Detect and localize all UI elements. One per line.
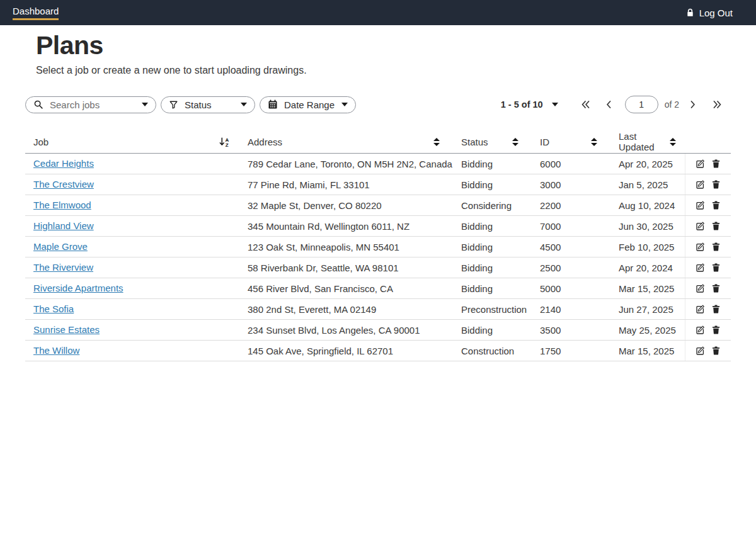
logout-label: Log Out <box>699 8 733 18</box>
table-row: The Riverview 58 Riverbank Dr, Seattle, … <box>25 257 731 278</box>
delete-button[interactable] <box>711 159 721 169</box>
table-row: Highland View 345 Mountain Rd, Wellingto… <box>25 216 731 237</box>
chevron-right-icon <box>689 100 696 109</box>
jobs-table: Job A Z Address Status <box>25 130 731 361</box>
edit-button[interactable] <box>695 346 706 356</box>
edit-icon <box>695 159 706 169</box>
address-cell: 58 Riverbank Dr, Seattle, WA 98101 <box>239 263 449 273</box>
id-cell: 1750 <box>527 346 606 356</box>
last-page-button[interactable] <box>711 99 723 110</box>
id-cell: 3500 <box>527 325 606 336</box>
id-cell: 3000 <box>527 179 606 190</box>
chevron-down-icon[interactable] <box>552 103 558 106</box>
logout-button[interactable]: Log Out <box>685 8 733 18</box>
delete-button[interactable] <box>711 304 721 314</box>
column-header-job[interactable]: Job A Z <box>25 137 239 147</box>
trash-icon <box>711 221 721 231</box>
sort-updown-icon[interactable] <box>670 138 676 146</box>
job-link[interactable]: The Riverview <box>33 262 93 273</box>
last-updated-cell: Jun 30, 2025 <box>606 221 685 232</box>
table-row: The Willow 145 Oak Ave, Springfield, IL … <box>25 341 731 361</box>
search-jobs-combobox[interactable]: Search jobs <box>25 96 156 113</box>
job-link[interactable]: The Crestview <box>33 179 94 189</box>
page-title: Plans <box>36 31 731 60</box>
sort-updown-icon[interactable] <box>591 138 597 146</box>
sort-updown-icon[interactable] <box>512 138 518 146</box>
page-size-selector[interactable]: 1 - 5 of 10 <box>501 99 558 110</box>
column-label: ID <box>540 137 549 147</box>
delete-button[interactable] <box>711 179 721 189</box>
column-label: Job <box>33 137 49 147</box>
sort-updown-icon[interactable] <box>433 138 440 146</box>
edit-button[interactable] <box>695 325 706 336</box>
trash-icon <box>711 242 721 252</box>
column-header-last-updated[interactable]: Last Updated <box>606 131 685 152</box>
id-cell: 4500 <box>527 242 606 252</box>
job-link[interactable]: The Elmwood <box>33 200 91 210</box>
id-cell: 2200 <box>527 200 606 211</box>
job-link[interactable]: Highland View <box>33 220 94 231</box>
table-header-row: Job A Z Address Status <box>25 130 731 154</box>
delete-button[interactable] <box>711 325 721 335</box>
date-range-dropdown[interactable]: Date Range <box>260 96 356 113</box>
controls-row: Search jobs Status <box>25 96 731 113</box>
id-cell: 2140 <box>527 304 606 315</box>
status-filter-dropdown[interactable]: Status <box>161 96 255 113</box>
dashboard-link[interactable]: Dashboard <box>13 6 59 20</box>
status-cell: Bidding <box>449 159 527 169</box>
job-link[interactable]: Maple Grove <box>33 241 88 252</box>
sort-alpha-down-icon[interactable]: A Z <box>219 137 231 147</box>
previous-page-button[interactable] <box>604 99 614 110</box>
edit-icon <box>695 283 706 294</box>
trash-icon <box>711 304 721 314</box>
trash-icon <box>711 346 721 356</box>
edit-icon <box>695 179 706 190</box>
column-header-status[interactable]: Status <box>449 137 527 147</box>
table-row: Sunrise Estates 234 Sunset Blvd, Los Ang… <box>25 320 731 341</box>
edit-button[interactable] <box>695 159 706 169</box>
delete-button[interactable] <box>711 242 721 252</box>
column-label: Address <box>248 137 282 147</box>
chevron-down-icon[interactable] <box>241 103 247 106</box>
delete-button[interactable] <box>711 283 721 293</box>
status-cell: Bidding <box>449 263 527 273</box>
edit-button[interactable] <box>695 200 706 211</box>
search-input[interactable]: Search jobs <box>50 99 135 110</box>
job-link[interactable]: Cedar Heights <box>33 158 94 169</box>
column-header-address[interactable]: Address <box>239 137 449 147</box>
chevron-down-icon[interactable] <box>341 103 348 106</box>
status-cell: Bidding <box>449 221 527 232</box>
address-cell: 345 Mountain Rd, Wellington 6011, NZ <box>239 221 449 232</box>
job-link[interactable]: The Sofia <box>33 303 74 314</box>
delete-button[interactable] <box>711 346 721 356</box>
job-link[interactable]: Sunrise Estates <box>33 324 100 335</box>
first-page-button[interactable] <box>580 99 592 110</box>
edit-icon <box>695 242 706 252</box>
status-cell: Bidding <box>449 242 527 252</box>
last-updated-cell: Apr 20, 2024 <box>606 263 685 273</box>
last-updated-cell: Mar 15, 2025 <box>606 283 685 294</box>
trash-icon <box>711 179 721 189</box>
trash-icon <box>711 159 721 169</box>
id-cell: 2500 <box>527 263 606 273</box>
edit-button[interactable] <box>695 179 706 190</box>
last-updated-cell: Aug 10, 2024 <box>606 200 685 211</box>
column-header-id[interactable]: ID <box>527 137 606 147</box>
next-page-button[interactable] <box>688 99 697 110</box>
delete-button[interactable] <box>711 221 721 231</box>
chevron-down-icon[interactable] <box>142 103 148 106</box>
address-cell: 123 Oak St, Minneapolis, MN 55401 <box>239 242 449 252</box>
job-link[interactable]: The Willow <box>33 345 79 356</box>
edit-button[interactable] <box>695 221 706 232</box>
edit-button[interactable] <box>695 283 706 294</box>
edit-icon <box>695 304 706 315</box>
edit-button[interactable] <box>695 242 706 252</box>
edit-button[interactable] <box>695 304 706 315</box>
edit-button[interactable] <box>695 263 706 273</box>
column-label: Last Updated <box>619 131 670 152</box>
page-number-input[interactable] <box>625 96 658 113</box>
delete-button[interactable] <box>711 200 721 210</box>
job-link[interactable]: Riverside Apartments <box>33 283 123 293</box>
status-cell: Bidding <box>449 325 527 336</box>
delete-button[interactable] <box>711 263 721 273</box>
